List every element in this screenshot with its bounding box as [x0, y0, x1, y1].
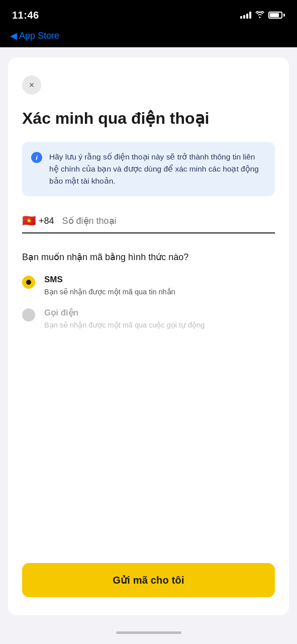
status-time: 11:46	[12, 10, 39, 21]
close-button[interactable]: ×	[22, 75, 41, 95]
wifi-icon	[255, 11, 264, 20]
radio-title-call: Gọi điện	[44, 307, 205, 318]
country-selector[interactable]: 🇻🇳 +84	[22, 214, 62, 227]
status-bar: 11:46	[0, 0, 297, 27]
signal-icon	[240, 12, 251, 19]
country-code: +84	[39, 216, 54, 226]
phone-input-row: 🇻🇳 +84	[22, 214, 275, 233]
radio-circle-sms	[22, 276, 35, 289]
back-label: App Store	[19, 31, 59, 41]
radio-desc-sms: Bạn sẽ nhận được một mã qua tin nhắn	[44, 287, 175, 297]
info-text: Hãy lưu ý rằng số điện thoại này sẽ trở …	[49, 151, 266, 187]
battery-icon	[268, 12, 285, 19]
status-icons	[240, 11, 285, 20]
radio-title-sms: SMS	[44, 275, 175, 285]
submit-button[interactable]: Gửi mã cho tôi	[22, 563, 275, 597]
radio-content-call: Gọi điện Bạn sẽ nhận được một mã qua cuộ…	[44, 307, 205, 330]
info-icon-letter: i	[36, 154, 38, 162]
radio-option-call[interactable]: Gọi điện Bạn sẽ nhận được một mã qua cuộ…	[22, 307, 275, 330]
home-indicator	[0, 625, 297, 644]
home-bar	[116, 631, 181, 634]
country-flag: 🇻🇳	[22, 214, 36, 227]
card: × Xác minh qua điện thoại i Hãy lưu ý rằ…	[8, 57, 289, 615]
nav-bar: ◀ App Store	[0, 27, 297, 47]
info-box: i Hãy lưu ý rằng số điện thoại này sẽ tr…	[22, 142, 275, 196]
phone-input[interactable]	[62, 216, 275, 226]
radio-circle-call	[22, 308, 35, 321]
radio-content-sms: SMS Bạn sẽ nhận được một mã qua tin nhắn	[44, 275, 175, 297]
radio-option-sms[interactable]: SMS Bạn sẽ nhận được một mã qua tin nhắn	[22, 275, 275, 297]
info-icon: i	[31, 152, 42, 163]
page-title: Xác minh qua điện thoại	[22, 109, 275, 128]
section-label: Bạn muốn nhận mã bằng hình thức nào?	[22, 252, 275, 263]
radio-desc-call: Bạn sẽ nhận được một mã qua cuộc gọi tự …	[44, 320, 205, 330]
back-chevron-icon: ◀	[10, 30, 17, 41]
main-content: × Xác minh qua điện thoại i Hãy lưu ý rằ…	[0, 47, 297, 625]
close-icon: ×	[29, 80, 35, 90]
back-button[interactable]: ◀ App Store	[10, 30, 59, 41]
radio-group: SMS Bạn sẽ nhận được một mã qua tin nhắn…	[22, 275, 275, 330]
